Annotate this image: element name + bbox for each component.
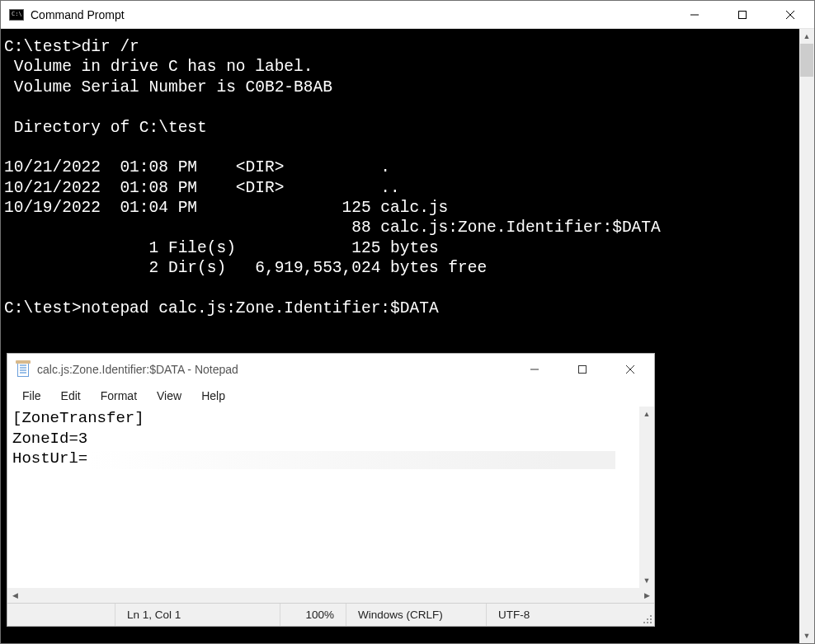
svg-rect-1 bbox=[739, 11, 747, 18]
scroll-up-arrow-icon[interactable]: ▲ bbox=[799, 29, 814, 44]
resize-grip-icon[interactable] bbox=[638, 604, 654, 626]
notepad-titlebar[interactable]: calc.js:Zone.Identifier:$DATA - Notepad bbox=[7, 354, 654, 385]
status-zoom: 100% bbox=[280, 604, 346, 626]
notepad-horizontal-scrollbar[interactable]: ◀ ▶ bbox=[7, 588, 654, 603]
svg-rect-5 bbox=[579, 366, 587, 374]
scroll-up-arrow-icon[interactable]: ▲ bbox=[639, 407, 654, 421]
notepad-window-title: calc.js:Zone.Identifier:$DATA - Notepad bbox=[37, 363, 511, 376]
scroll-thumb[interactable] bbox=[800, 44, 813, 77]
np-line-2: ZoneId=3 bbox=[12, 430, 87, 448]
status-encoding: UTF-8 bbox=[486, 604, 638, 626]
menu-view[interactable]: View bbox=[147, 388, 191, 404]
scroll-down-arrow-icon[interactable]: ▼ bbox=[799, 628, 814, 643]
scroll-left-arrow-icon[interactable]: ◀ bbox=[7, 588, 22, 603]
cmd-icon: C:\ bbox=[9, 9, 24, 21]
menu-help[interactable]: Help bbox=[191, 388, 235, 404]
scroll-right-arrow-icon[interactable]: ▶ bbox=[639, 588, 654, 603]
maximize-button[interactable] bbox=[558, 354, 606, 385]
scroll-down-arrow-icon[interactable]: ▼ bbox=[639, 573, 654, 588]
notepad-statusbar: Ln 1, Col 1 100% Windows (CRLF) UTF-8 bbox=[7, 603, 654, 626]
cmd-window-controls bbox=[671, 1, 814, 28]
status-lncol: Ln 1, Col 1 bbox=[115, 604, 280, 626]
cmd-icon-label: C:\ bbox=[12, 12, 22, 17]
cmd-titlebar[interactable]: C:\ Command Prompt bbox=[1, 1, 814, 29]
np-line-1: [ZoneTransfer] bbox=[12, 409, 144, 427]
notepad-icon bbox=[16, 360, 31, 378]
menu-edit[interactable]: Edit bbox=[51, 388, 91, 404]
minimize-button[interactable] bbox=[511, 354, 558, 385]
minimize-button[interactable] bbox=[671, 1, 718, 28]
notepad-menubar: File Edit Format View Help bbox=[7, 385, 654, 407]
status-spacer bbox=[7, 604, 115, 626]
cmd-scrollbar[interactable]: ▲ ▼ bbox=[799, 29, 814, 643]
menu-format[interactable]: Format bbox=[91, 388, 147, 404]
redacted-hosturl bbox=[87, 451, 615, 469]
close-button[interactable] bbox=[606, 354, 654, 385]
cmd-window-title: Command Prompt bbox=[31, 8, 671, 21]
close-button[interactable] bbox=[766, 1, 814, 28]
notepad-text-wrap: [ZoneTransfer] ZoneId=3 HostUrl= ▲ ▼ bbox=[7, 407, 654, 588]
notepad-body: [ZoneTransfer] ZoneId=3 HostUrl= ▲ ▼ ◀ ▶ bbox=[7, 407, 654, 603]
notepad-vertical-scrollbar[interactable]: ▲ ▼ bbox=[639, 407, 654, 588]
notepad-window: calc.js:Zone.Identifier:$DATA - Notepad … bbox=[7, 353, 655, 627]
menu-file[interactable]: File bbox=[12, 388, 51, 404]
notepad-window-controls bbox=[511, 354, 654, 385]
np-line-3: HostUrl= bbox=[12, 449, 87, 468]
status-line-ending: Windows (CRLF) bbox=[346, 604, 486, 626]
notepad-text-area[interactable]: [ZoneTransfer] ZoneId=3 HostUrl= bbox=[7, 407, 639, 588]
maximize-button[interactable] bbox=[718, 1, 766, 28]
